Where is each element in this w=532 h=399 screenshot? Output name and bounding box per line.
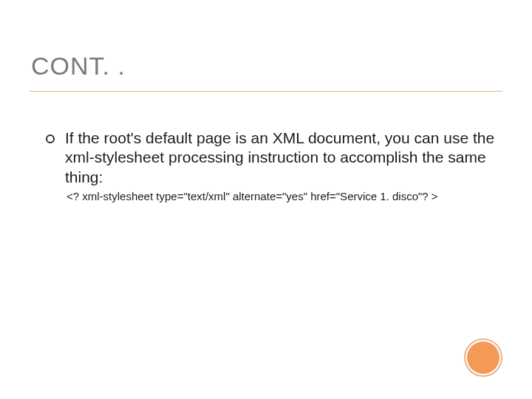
disc-icon [467, 341, 499, 374]
page-title: CONT. . [30, 52, 502, 92]
list-item: If the root's default page is an XML doc… [46, 129, 502, 187]
corner-decoration [464, 338, 502, 377]
code-snippet: <? xml-stylesheet type="text/xml" altern… [66, 190, 502, 202]
bullet-icon [46, 134, 55, 143]
bullet-text: If the root's default page is an XML doc… [65, 129, 502, 187]
slide-body: If the root's default page is an XML doc… [30, 129, 502, 202]
slide: CONT. . If the root's default page is an… [0, 0, 532, 399]
